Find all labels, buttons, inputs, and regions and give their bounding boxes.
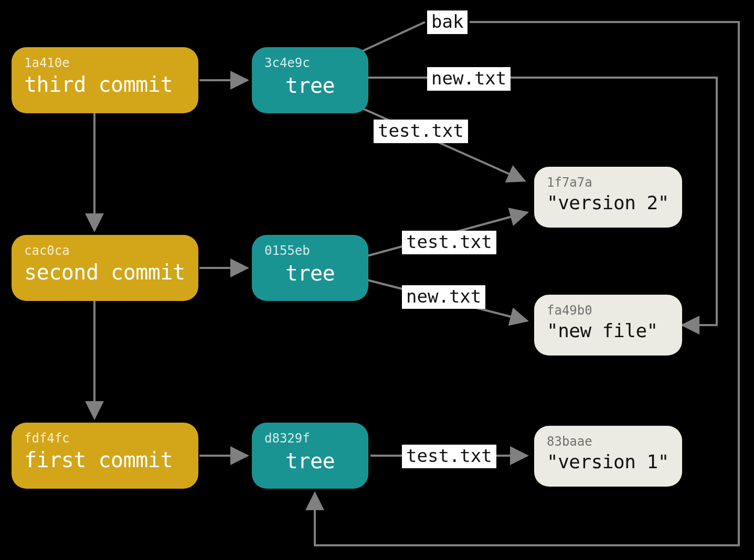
edge-label-new-txt-top: new.txt (427, 67, 511, 91)
blob-content: "version 2" (547, 192, 670, 213)
tree-label: tree (264, 261, 356, 285)
commit-second: cac0ca second commit (12, 235, 198, 301)
blob-content: "new file" (547, 320, 670, 341)
commit-hash: 1a410e (24, 56, 186, 70)
commit-label: second commit (24, 260, 186, 284)
tree-0155eb: 0155eb tree (252, 235, 368, 301)
commit-third: 1a410e third commit (12, 47, 198, 113)
commit-hash: fdf4fc (24, 431, 186, 446)
commit-first: fdf4fc first commit (12, 423, 198, 489)
edge-label-test-txt-bottom: test.txt (402, 445, 496, 468)
tree-label: tree (264, 73, 356, 98)
blob-hash: 83baae (547, 434, 670, 449)
commit-label: third commit (24, 72, 186, 96)
edge-label-test-txt-mid: test.txt (402, 231, 496, 254)
tree-d8329f: d8329f tree (252, 423, 368, 489)
blob-83baae: 83baae "version 1" (534, 426, 682, 487)
tree-hash: 3c4e9c (264, 56, 356, 70)
blob-hash: 1f7a7a (547, 175, 670, 190)
tree-hash: 0155eb (264, 243, 356, 258)
tree-hash: d8329f (264, 431, 356, 446)
commit-hash: cac0ca (24, 243, 186, 258)
blob-1f7a7a: 1f7a7a "version 2" (534, 167, 682, 228)
edge-label-bak: bak (427, 10, 468, 34)
blob-fa49b0: fa49b0 "new file" (534, 295, 682, 356)
commit-label: first commit (24, 448, 186, 472)
tree-3c4e9c: 3c4e9c tree (252, 47, 368, 113)
blob-content: "version 1" (547, 451, 670, 472)
edge-label-test-txt-top: test.txt (374, 120, 468, 143)
blob-hash: fa49b0 (547, 303, 670, 318)
tree-label: tree (264, 449, 356, 473)
edge-label-new-txt-mid: new.txt (402, 285, 485, 309)
svg-line-7 (357, 106, 525, 181)
